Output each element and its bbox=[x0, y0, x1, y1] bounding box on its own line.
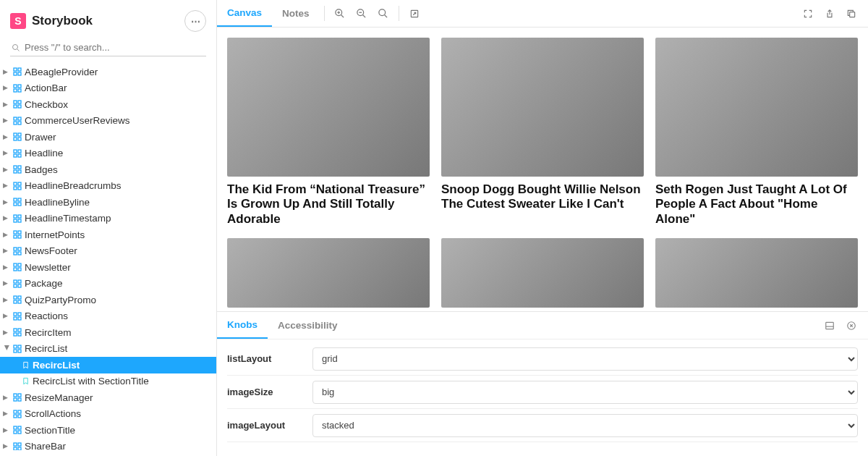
zoom-in-icon[interactable] bbox=[329, 0, 351, 27]
sidebar-tree: ▶ABeagleProvider▶ActionBar▶Checkbox▶Comm… bbox=[0, 64, 216, 450]
sidebar-item-internetpoints[interactable]: ▶InternetPoints bbox=[0, 227, 216, 243]
sidebar-item-recirclist[interactable]: ▶RecircList bbox=[0, 341, 216, 358]
sidebar: S Storybook ⋯ ▶ABeagleProvider▶ActionBar… bbox=[0, 0, 217, 456]
svg-rect-61 bbox=[18, 300, 21, 303]
sidebar-item-headlinebreadcrumbs[interactable]: ▶HeadlineBreadcrumbs bbox=[0, 178, 216, 195]
svg-rect-39 bbox=[18, 215, 21, 218]
sidebar-more-button[interactable]: ⋯ bbox=[184, 10, 206, 32]
tab-knobs[interactable]: Knobs bbox=[217, 312, 268, 339]
copy-icon[interactable] bbox=[841, 0, 862, 27]
svg-line-1 bbox=[17, 48, 20, 51]
tab-accessibility[interactable]: Accessibility bbox=[268, 312, 348, 339]
tab-notes[interactable]: Notes bbox=[272, 0, 320, 27]
sidebar-item-label: CommerceUserReviews bbox=[25, 116, 130, 126]
svg-rect-55 bbox=[18, 280, 21, 283]
component-icon bbox=[13, 312, 22, 321]
chevron-right-icon: ▶ bbox=[3, 394, 10, 401]
knob-select-imagesize[interactable]: big bbox=[312, 381, 858, 404]
sidebar-item-scrollactions[interactable]: ▶ScrollActions bbox=[0, 406, 216, 423]
component-icon bbox=[13, 263, 22, 271]
fullscreen-icon[interactable] bbox=[797, 0, 819, 27]
sidebar-item-label: InternetPoints bbox=[25, 230, 85, 240]
card-image bbox=[655, 38, 858, 177]
story-recirclist[interactable]: RecircList bbox=[0, 357, 216, 373]
svg-rect-21 bbox=[18, 138, 21, 140]
sidebar-item-label: ScrollActions bbox=[25, 409, 81, 419]
sidebar-item-headlinebyline[interactable]: ▶HeadlineByline bbox=[0, 194, 216, 211]
svg-rect-87 bbox=[18, 443, 21, 446]
card[interactable] bbox=[655, 238, 858, 308]
component-icon bbox=[13, 149, 22, 158]
sidebar-item-label: ShareBar bbox=[25, 442, 66, 450]
search-box[interactable] bbox=[10, 39, 206, 56]
component-icon bbox=[13, 165, 22, 174]
card-title: Snoop Dogg Bought Willie Nelson The Cute… bbox=[441, 182, 644, 212]
svg-rect-77 bbox=[18, 398, 21, 401]
open-new-tab-icon[interactable] bbox=[404, 0, 425, 27]
sidebar-item-newsletter[interactable]: ▶Newsletter bbox=[0, 259, 216, 276]
component-icon bbox=[13, 230, 22, 239]
sidebar-item-recircitem[interactable]: ▶RecircItem bbox=[0, 324, 216, 341]
toolbar-separator bbox=[324, 6, 325, 21]
sidebar-item-resizemanager[interactable]: ▶ResizeManager bbox=[0, 389, 216, 406]
component-icon bbox=[13, 295, 22, 304]
sidebar-item-drawer[interactable]: ▶Drawer bbox=[0, 129, 216, 145]
svg-rect-22 bbox=[14, 150, 17, 153]
card[interactable]: Snoop Dogg Bought Willie Nelson The Cute… bbox=[441, 38, 644, 227]
zoom-out-icon[interactable] bbox=[351, 0, 373, 27]
svg-rect-26 bbox=[14, 166, 17, 169]
svg-rect-35 bbox=[18, 198, 21, 201]
svg-rect-70 bbox=[14, 345, 17, 348]
search-input[interactable] bbox=[25, 42, 205, 53]
sidebar-item-actionbar[interactable]: ▶ActionBar bbox=[0, 80, 216, 97]
knob-select-listlayout[interactable]: grid bbox=[312, 347, 858, 371]
sidebar-item-checkbox[interactable]: ▶Checkbox bbox=[0, 96, 216, 113]
card[interactable]: The Kid From “National Treasure” Is Grow… bbox=[227, 38, 430, 227]
knobs-body: listLayoutgridimageSizebigimageLayoutsta… bbox=[217, 339, 868, 456]
chevron-right-icon: ▶ bbox=[3, 427, 10, 434]
sidebar-item-badges[interactable]: ▶Badges bbox=[0, 161, 216, 178]
svg-rect-76 bbox=[14, 398, 17, 401]
tab-canvas[interactable]: Canvas bbox=[217, 0, 272, 27]
sidebar-item-quizpartypromo[interactable]: ▶QuizPartyPromo bbox=[0, 292, 216, 308]
chevron-right-icon: ▶ bbox=[3, 166, 10, 173]
chevron-right-icon: ▶ bbox=[4, 345, 10, 352]
component-icon bbox=[13, 198, 22, 206]
sidebar-item-commerceuserreviews[interactable]: ▶CommerceUserReviews bbox=[0, 113, 216, 130]
sidebar-item-label: Newsletter bbox=[25, 263, 71, 273]
svg-rect-6 bbox=[14, 85, 17, 88]
svg-rect-5 bbox=[18, 72, 21, 75]
card[interactable] bbox=[441, 238, 644, 308]
sidebar-item-headlinetimestamp[interactable]: ▶HeadlineTimestamp bbox=[0, 211, 216, 227]
sidebar-item-label: Headline bbox=[25, 148, 63, 159]
card[interactable]: Seth Rogen Just Taught A Lot Of People A… bbox=[655, 38, 858, 227]
svg-rect-100 bbox=[850, 12, 855, 17]
story-recirclist-with-sectiontitle[interactable]: RecircList with SectionTitle bbox=[0, 373, 216, 390]
share-icon[interactable] bbox=[819, 0, 841, 27]
sidebar-item-abeagleprovider[interactable]: ▶ABeagleProvider bbox=[0, 64, 216, 80]
card[interactable] bbox=[227, 238, 430, 308]
canvas: The Kid From “National Treasure” Is Grow… bbox=[217, 28, 868, 311]
sidebar-item-label: ABeagleProvider bbox=[25, 67, 98, 77]
close-panel-icon[interactable] bbox=[841, 312, 862, 339]
svg-rect-36 bbox=[14, 203, 17, 206]
chevron-right-icon: ▶ bbox=[3, 264, 10, 271]
panel-position-icon[interactable] bbox=[819, 312, 841, 339]
brand: S Storybook bbox=[10, 13, 93, 29]
knob-select-imagelayout[interactable]: stacked bbox=[312, 414, 858, 437]
sidebar-item-headline[interactable]: ▶Headline bbox=[0, 145, 216, 162]
sidebar-item-label: Checkbox bbox=[25, 100, 68, 110]
knob-label: imageSize bbox=[227, 387, 302, 397]
svg-rect-62 bbox=[14, 313, 17, 316]
sidebar-item-sharebar[interactable]: ▶ShareBar bbox=[0, 439, 216, 451]
svg-rect-58 bbox=[14, 296, 17, 299]
svg-rect-3 bbox=[18, 68, 21, 71]
sidebar-item-sectiontitle[interactable]: ▶SectionTitle bbox=[0, 422, 216, 439]
zoom-reset-icon[interactable] bbox=[373, 0, 394, 27]
sidebar-item-newsfooter[interactable]: ▶NewsFooter bbox=[0, 243, 216, 260]
svg-rect-27 bbox=[18, 166, 21, 169]
svg-rect-8 bbox=[14, 89, 17, 92]
sidebar-item-reactions[interactable]: ▶Reactions bbox=[0, 308, 216, 325]
sidebar-item-package[interactable]: ▶Package bbox=[0, 276, 216, 292]
addons-tabs: Knobs Accessibility bbox=[217, 312, 868, 339]
